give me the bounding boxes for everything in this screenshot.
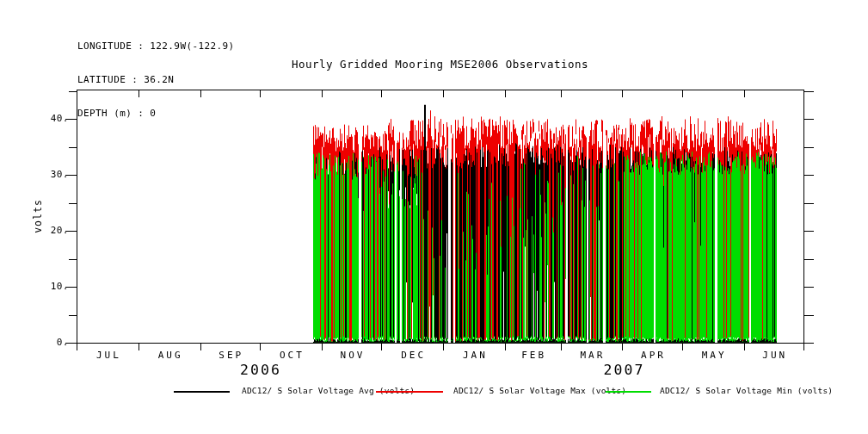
chart-title: Hourly Gridded Mooring MSE2006 Observati… (77, 58, 803, 71)
legend-line-avg (174, 391, 230, 393)
month-label-nov: NOV (321, 350, 382, 361)
legend-label-min: ADC12/ S Solar Voltage Min (volts) (660, 386, 833, 395)
month-label-may: MAY (682, 350, 743, 361)
legend-label-max: ADC12/ S Solar Voltage Max (volts) (453, 386, 626, 395)
month-label-feb: FEB (502, 350, 563, 361)
month-label-apr: APR (622, 350, 683, 361)
y-tick-label: 10. (24, 281, 69, 292)
location-header: LONGITUDE : 122.9W(-122.9) LATITUDE : 36… (77, 18, 235, 130)
legend-line-min (606, 391, 651, 393)
month-label-sep: SEP (200, 350, 261, 361)
month-label-dec: DEC (382, 350, 443, 361)
year-label-2006: 2006 (217, 362, 303, 378)
month-label-jul: JUL (77, 350, 138, 361)
y-tick-label: 0. (24, 337, 69, 348)
y-tick-label: 40. (24, 113, 69, 124)
y-tick-label: 30. (24, 169, 69, 180)
month-label-mar: MAR (561, 350, 622, 361)
solar-voltage-plot-page: { "header": { "lines": [ "LONGITUDE : 12… (0, 0, 868, 434)
year-label-2007: 2007 (580, 362, 666, 378)
latitude-label: LATITUDE : 36.2N (77, 74, 235, 85)
month-label-jun: JUN (743, 350, 804, 361)
y-tick-label: 20. (24, 225, 69, 236)
depth-label: DEPTH (m) : 0 (77, 108, 235, 119)
month-label-jan: JAN (443, 350, 504, 361)
longitude-label: LONGITUDE : 122.9W(-122.9) (77, 40, 235, 52)
legend-line-max (376, 391, 443, 393)
month-label-oct: OCT (260, 350, 321, 361)
month-label-aug: AUG (139, 350, 200, 361)
